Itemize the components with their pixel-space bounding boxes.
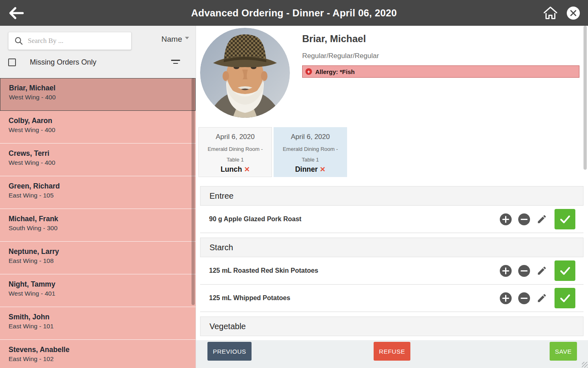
sort-dropdown[interactable]: Name xyxy=(161,35,189,44)
resident-list-item[interactable]: Colby, Aaron West Wing - 400 xyxy=(0,111,196,144)
remove-meal-icon[interactable]: ✕ xyxy=(244,165,250,174)
order-section: Vegetable xyxy=(200,316,584,341)
missing-orders-label: Missing Orders Only xyxy=(30,58,96,67)
pencil-icon xyxy=(537,265,547,276)
remove-meal-icon[interactable]: ✕ xyxy=(320,165,325,174)
section-header: Starch xyxy=(200,238,584,257)
order-item-label: 125 mL Roasted Red Skin Potatoes xyxy=(200,267,500,274)
close-icon xyxy=(566,6,581,20)
resident-location: East Wing - 102 xyxy=(9,355,196,363)
search-row: Name xyxy=(0,26,196,53)
edit-item-button[interactable] xyxy=(537,293,547,303)
increase-portion-button[interactable] xyxy=(500,292,512,304)
section-title: Vegetable xyxy=(200,322,246,331)
edit-item-button[interactable] xyxy=(537,214,547,224)
save-button[interactable]: SAVE xyxy=(550,342,577,361)
refuse-button[interactable]: REFUSE xyxy=(374,342,410,361)
order-sections: Entree 90 g Apple Glazed Pork Roast xyxy=(200,186,584,341)
sidebar-scrollbar[interactable] xyxy=(192,78,195,305)
section-header: Entree xyxy=(200,186,584,206)
resident-name: Smith, John xyxy=(9,313,196,321)
pencil-icon xyxy=(537,214,547,224)
order-panel: Briar, Michael Regular/Regular/Regular +… xyxy=(196,26,588,368)
section-title: Entree xyxy=(200,191,234,201)
meal-name: Lunch xyxy=(220,165,242,174)
decrease-portion-button[interactable] xyxy=(518,265,530,277)
resident-full-name: Briar, Michael xyxy=(302,33,366,45)
resident-location: West Wing - 400 xyxy=(9,94,195,101)
resident-name: Stevens, Anabelle xyxy=(9,346,196,354)
resident-list: Briar, Michael West Wing - 400 Colby, Aa… xyxy=(0,78,196,368)
meal-card[interactable]: April 6, 2020 Emerald Dining Room - Tabl… xyxy=(198,127,272,177)
filter-icon[interactable] xyxy=(171,60,180,65)
confirm-item-button[interactable] xyxy=(555,288,575,308)
resident-list-item[interactable]: Neptune, Larry East Wing - 108 xyxy=(0,242,196,274)
confirm-item-button[interactable] xyxy=(555,209,575,229)
resident-location: West Wing - 400 xyxy=(9,159,196,166)
pencil-icon xyxy=(537,293,547,303)
resize-handle-icon[interactable] xyxy=(582,362,588,368)
search-icon xyxy=(15,37,23,45)
meal-location-line1: Emerald Dining Room - xyxy=(199,146,272,152)
check-icon xyxy=(559,214,571,224)
search-box[interactable] xyxy=(8,32,131,50)
top-bar: Advanced Ordering - Dinner - April 06, 2… xyxy=(0,0,588,26)
resident-name: Colby, Aaron xyxy=(9,117,196,125)
resident-name: Green, Richard xyxy=(9,182,196,191)
resident-list-item[interactable]: Green, Richard East Wing - 105 xyxy=(0,176,196,209)
meal-date: April 6, 2020 xyxy=(199,133,272,141)
missing-orders-checkbox[interactable] xyxy=(8,58,16,66)
resident-list-item[interactable]: Briar, Michael West Wing - 400 xyxy=(0,78,196,111)
increase-portion-button[interactable] xyxy=(500,213,512,225)
resident-name: Neptune, Larry xyxy=(9,247,196,256)
resident-list-item[interactable]: Stevens, Anabelle East Wing - 102 xyxy=(0,340,196,368)
resident-location: West Wing - 401 xyxy=(9,290,196,297)
resident-sidebar: Name Missing Orders Only Briar, Michael … xyxy=(0,26,196,368)
action-bar: PREVIOUS REFUSE SAVE xyxy=(196,340,588,368)
resident-name: Michael, Frank xyxy=(9,215,196,223)
decrease-portion-button[interactable] xyxy=(518,213,530,225)
edit-item-button[interactable] xyxy=(537,265,547,276)
resident-photo xyxy=(200,28,290,118)
allergy-icon: + xyxy=(305,68,312,75)
check-icon xyxy=(559,266,571,276)
resident-list-item[interactable]: Michael, Frank South Wing - 300 xyxy=(0,209,196,242)
content-scrollbar[interactable] xyxy=(584,26,587,170)
resident-name: Briar, Michael xyxy=(9,84,195,92)
resident-location: East Wing - 105 xyxy=(9,192,196,199)
resident-name: Night, Tammy xyxy=(9,280,196,289)
resident-list-item[interactable]: Night, Tammy West Wing - 401 xyxy=(0,274,196,307)
allergy-banner: + Allergy: *Fish xyxy=(302,65,579,78)
resident-diet: Regular/Regular/Regular xyxy=(302,52,379,60)
close-button[interactable] xyxy=(565,5,581,21)
check-icon xyxy=(559,293,571,303)
order-item-label: 125 mL Whipped Potatoes xyxy=(200,294,500,302)
resident-location: West Wing - 400 xyxy=(9,126,196,134)
order-item-row: 125 mL Whipped Potatoes xyxy=(200,285,584,312)
previous-button[interactable]: PREVIOUS xyxy=(207,342,252,361)
meal-card[interactable]: April 6, 2020 Emerald Dining Room - Tabl… xyxy=(274,127,347,177)
order-item-row: 125 mL Roasted Red Skin Potatoes xyxy=(200,257,584,285)
resident-location: East Wing - 101 xyxy=(9,323,196,330)
confirm-item-button[interactable] xyxy=(555,260,575,281)
home-button[interactable] xyxy=(542,5,559,21)
home-icon xyxy=(543,6,558,20)
meal-date: April 6, 2020 xyxy=(274,133,347,141)
resident-name: Crews, Terri xyxy=(9,149,196,158)
resident-location: South Wing - 300 xyxy=(9,224,196,232)
decrease-portion-button[interactable] xyxy=(518,292,530,304)
chevron-down-icon xyxy=(185,37,189,39)
sort-dropdown-label: Name xyxy=(161,35,182,44)
order-section: Starch 125 mL Roasted Red Skin Potatoes xyxy=(200,238,584,316)
resident-list-item[interactable]: Crews, Terri West Wing - 400 xyxy=(0,144,196,176)
increase-portion-button[interactable] xyxy=(500,265,512,277)
order-item-label: 90 g Apple Glazed Pork Roast xyxy=(200,215,500,223)
section-title: Starch xyxy=(200,243,233,252)
resident-location: East Wing - 108 xyxy=(9,257,196,265)
meal-location-line2: Table 1 xyxy=(199,157,272,163)
meal-location-line1: Emerald Dining Room - xyxy=(274,146,347,152)
search-input[interactable] xyxy=(28,37,122,45)
order-section: Entree 90 g Apple Glazed Pork Roast xyxy=(200,186,584,238)
resident-list-item[interactable]: Smith, John East Wing - 101 xyxy=(0,307,196,340)
meal-name: Dinner xyxy=(295,165,318,174)
